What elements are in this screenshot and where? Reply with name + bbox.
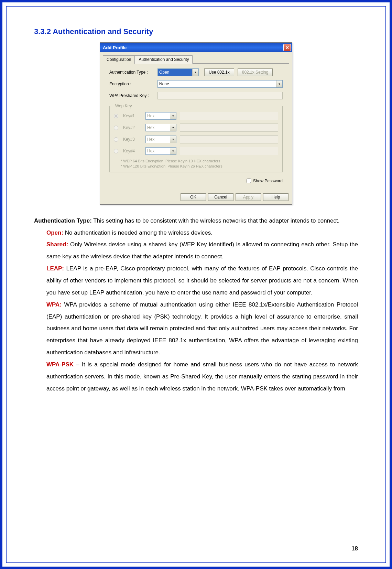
para-wpa-psk: WPA-PSK – It is a special mode designed … xyxy=(46,359,358,395)
wep-key4-format-select[interactable]: Hex ▼ xyxy=(145,147,176,155)
wep-note: * WEP 64 Bits Encryption: Please Keyin 1… xyxy=(121,159,278,169)
wep-key1-format-select[interactable]: Hex ▼ xyxy=(145,112,176,120)
help-button[interactable]: Help xyxy=(263,193,288,201)
show-password-checkbox[interactable] xyxy=(247,179,251,183)
auth-type-select[interactable]: Open ▼ xyxy=(157,68,199,76)
para-wpa: WPA: WPA provides a scheme of mutual aut… xyxy=(46,299,358,359)
label-wpa-psk: WPA Preshared Key : xyxy=(109,93,157,98)
wep-key1-radio[interactable] xyxy=(114,114,118,118)
wep-key2-input[interactable] xyxy=(180,124,278,132)
wep-key4-radio[interactable] xyxy=(114,149,118,153)
chevron-down-icon: ▼ xyxy=(170,148,176,154)
label-encryption: Encryption : xyxy=(109,82,157,86)
wep-key4-label: Key#4 xyxy=(123,149,142,153)
para-leap: LEAP: LEAP is a pre-EAP, Cisco-proprieta… xyxy=(46,263,358,299)
encryption-select[interactable]: None ▼ xyxy=(157,80,283,88)
tab-panel: Authentication Type : Open ▼ Use 802.1x … xyxy=(103,63,289,187)
ok-button[interactable]: OK xyxy=(181,193,206,201)
row-encryption: Encryption : None ▼ xyxy=(109,80,283,88)
encryption-value: None xyxy=(159,82,169,86)
para-open: Open: No authentication is needed among … xyxy=(46,227,358,239)
wep-key3-radio[interactable] xyxy=(114,137,118,142)
wep-key3-input[interactable] xyxy=(180,135,278,143)
para-shared: Shared: Only Wireless device using a sha… xyxy=(46,239,358,263)
wpa-psk-input[interactable] xyxy=(157,92,283,99)
page-number: 18 xyxy=(351,545,358,552)
page-inner: 3.3.2 Authentication and Security Add Pr… xyxy=(6,6,386,563)
chevron-down-icon: ▼ xyxy=(276,80,282,87)
auth-type-value: Open xyxy=(159,70,169,75)
wep-key2-format-select[interactable]: Hex ▼ xyxy=(145,124,176,131)
row-wpa-psk: WPA Preshared Key : xyxy=(109,92,283,99)
wep-row-2: Key#2 Hex ▼ xyxy=(114,124,278,132)
chevron-down-icon: ▼ xyxy=(170,124,176,131)
wep-key3-label: Key#3 xyxy=(123,137,142,142)
8021x-setting-button[interactable]: 802.1x Setting xyxy=(238,68,273,76)
wep-key4-input[interactable] xyxy=(180,147,278,155)
chevron-down-icon: ▼ xyxy=(192,69,198,76)
titlebar-title: Add Profile xyxy=(103,45,127,50)
apply-button[interactable]: Apply xyxy=(236,193,261,201)
tab-configuration[interactable]: Configuration xyxy=(103,55,135,64)
button-bar: OK Cancel Apply Help xyxy=(100,190,292,204)
wep-row-1: Key#1 Hex ▼ xyxy=(114,112,278,120)
wep-key1-label: Key#1 xyxy=(123,114,142,118)
screenshot-container: Add Profile ✕ Configuration Authenticati… xyxy=(34,42,358,205)
wep-key-group: Wep Key Key#1 Hex ▼ Key#2 xyxy=(109,104,283,172)
para-auth-type: Authentication Type: This setting has to… xyxy=(34,215,358,227)
wep-legend: Wep Key xyxy=(114,104,133,108)
show-password-label: Show Passward xyxy=(253,179,283,183)
cancel-button[interactable]: Cancel xyxy=(208,193,233,201)
use-8021x-button[interactable]: Use 802.1x xyxy=(204,68,234,76)
wep-key2-radio[interactable] xyxy=(114,126,118,130)
tab-authentication[interactable]: Authentication and Security xyxy=(135,55,193,64)
close-icon[interactable]: ✕ xyxy=(283,44,291,51)
show-password-row: Show Passward xyxy=(109,179,283,183)
row-auth-type: Authentication Type : Open ▼ Use 802.1x … xyxy=(109,68,283,76)
section-heading: 3.3.2 Authentication and Security xyxy=(34,27,358,36)
add-profile-dialog: Add Profile ✕ Configuration Authenticati… xyxy=(100,42,292,205)
wep-row-3: Key#3 Hex ▼ xyxy=(114,135,278,143)
wep-key3-format-select[interactable]: Hex ▼ xyxy=(145,136,176,143)
chevron-down-icon: ▼ xyxy=(170,112,176,119)
wep-key1-input[interactable] xyxy=(180,112,278,120)
page-outer: 3.3.2 Authentication and Security Add Pr… xyxy=(0,0,392,569)
titlebar: Add Profile ✕ xyxy=(100,43,292,52)
tab-row: Configuration Authentication and Securit… xyxy=(100,52,292,63)
wep-row-4: Key#4 Hex ▼ xyxy=(114,147,278,155)
label-auth-type: Authentication Type : xyxy=(109,70,157,75)
chevron-down-icon: ▼ xyxy=(170,136,176,143)
document-body: Authentication Type: This setting has to… xyxy=(34,215,358,395)
wep-key2-label: Key#2 xyxy=(123,125,142,130)
